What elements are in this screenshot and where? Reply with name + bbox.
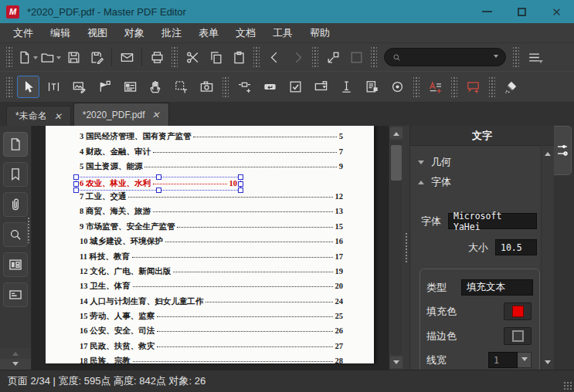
selection-handle-tr[interactable] [238, 174, 243, 180]
fill-color-button[interactable] [504, 302, 532, 320]
menu-item-3[interactable]: 对象 [116, 23, 153, 42]
document-tab-1[interactable]: *2020_PDF.pdf✕ [73, 103, 169, 126]
selection-handle-mr[interactable] [238, 181, 243, 187]
sidebar-scroll-down-button[interactable] [0, 359, 31, 370]
menu-item-0[interactable]: 文件 [5, 23, 42, 42]
panel-splitter[interactable] [403, 126, 409, 370]
menu-item-4[interactable]: 批注 [153, 23, 190, 42]
fit-page-button[interactable] [321, 46, 345, 68]
selection-handle-bl[interactable] [73, 188, 79, 193]
selection-handle-ml[interactable] [73, 181, 79, 187]
highlighter-button[interactable] [500, 76, 522, 98]
sidebar-attachments-button[interactable] [3, 192, 28, 217]
toolbar-grip[interactable] [451, 77, 457, 97]
select-text-area-button[interactable] [170, 76, 192, 98]
toolbar-grip[interactable] [6, 77, 12, 97]
check-box-button[interactable] [284, 76, 307, 98]
document-scrollbar[interactable] [389, 126, 403, 370]
back-button[interactable] [263, 46, 286, 68]
search-box[interactable] [384, 48, 506, 66]
line-width-dropdown-button[interactable] [518, 352, 532, 368]
sidebar-splitter-grip[interactable] [27, 217, 30, 243]
close-button[interactable]: ✕ [539, 0, 574, 23]
font-name-input[interactable]: Microsoft YaHei [448, 213, 537, 229]
scroll-up-button[interactable] [390, 127, 402, 139]
toolbar-grip[interactable] [312, 47, 318, 67]
sidebar-form-fields-button[interactable] [3, 252, 28, 277]
edit-text-button[interactable] [42, 76, 65, 98]
tab-close-icon[interactable]: ✕ [151, 110, 159, 120]
paste-button[interactable] [227, 46, 250, 68]
menu-item-8[interactable]: 帮助 [301, 23, 338, 42]
callout-annotation-button[interactable] [462, 76, 484, 98]
toolbar-grip[interactable] [413, 77, 419, 97]
fit-width-button[interactable] [345, 46, 368, 68]
edit-path-button[interactable] [93, 76, 116, 98]
menu-item-1[interactable]: 编辑 [42, 23, 79, 42]
document-viewport[interactable]: 2 综合政务33 国民经济管理、国有资产监管54 财政、金融、审计75 国土资源… [32, 126, 389, 370]
combo-box-button[interactable] [310, 76, 332, 98]
menu-item-6[interactable]: 文档 [227, 23, 264, 42]
selection-handle-tl[interactable] [73, 174, 79, 180]
sidebar-bookmarks-button[interactable] [3, 162, 28, 187]
toolbar-grip[interactable] [489, 77, 495, 97]
new-document-button[interactable] [15, 46, 39, 68]
sidebar-search-button[interactable] [3, 222, 28, 247]
scroll-down-button[interactable] [390, 357, 402, 368]
toolbar-grip[interactable] [222, 77, 229, 97]
selection-handle-tm[interactable] [156, 174, 161, 180]
type-select[interactable]: 填充文本 [461, 279, 533, 296]
edit-image-button[interactable] [68, 76, 90, 98]
signature-field-button[interactable] [335, 76, 358, 98]
selection-handle-br[interactable] [238, 188, 243, 193]
menu-item-2[interactable]: 视图 [79, 23, 116, 42]
selected-text-object[interactable]: 6 农业、林业、水利10 [76, 177, 241, 191]
edit-select-button[interactable] [17, 76, 39, 98]
push-button-button[interactable] [259, 76, 281, 98]
selection-handle-bm[interactable] [156, 188, 161, 193]
pdf-page[interactable]: 2 综合政务33 国民经济管理、国有资产监管54 财政、金融、审计75 国土资源… [46, 126, 374, 363]
panel-scrollbar[interactable] [541, 147, 554, 370]
scrollbar-track[interactable] [390, 140, 402, 355]
maximize-button[interactable] [504, 0, 539, 23]
save-as-button[interactable] [85, 46, 108, 68]
tab-close-icon[interactable]: ✕ [54, 112, 62, 121]
minimize-button[interactable] [470, 0, 504, 23]
toolbar-grip[interactable] [513, 47, 519, 67]
add-text-button[interactable] [424, 76, 447, 98]
menu-item-5[interactable]: 表单 [190, 23, 227, 42]
sidebar-scroll-up-button[interactable] [0, 348, 31, 359]
main-menu-button[interactable] [522, 46, 545, 68]
sidebar-page-thumbnails-button[interactable] [3, 132, 28, 157]
object-properties-tab[interactable] [554, 126, 572, 175]
line-width-input[interactable]: 1 [488, 352, 518, 368]
cut-button[interactable] [181, 46, 204, 68]
print-button[interactable] [145, 46, 168, 68]
add-link-button[interactable] [233, 76, 256, 98]
toolbar-grip[interactable] [253, 47, 260, 67]
scrollbar-thumb[interactable] [391, 145, 402, 181]
section-font[interactable]: 字体 [418, 172, 537, 192]
forward-button[interactable] [286, 46, 309, 68]
list-box-button[interactable] [361, 76, 383, 98]
send-email-button[interactable] [115, 46, 138, 68]
toolbar-grip[interactable] [371, 47, 377, 67]
toolbar-grip[interactable] [6, 47, 12, 67]
document-tab-0[interactable]: *未命名✕ [6, 106, 71, 126]
toolbar-grip[interactable] [172, 47, 178, 67]
section-geometry[interactable]: 几何 [418, 152, 537, 172]
stroke-color-button[interactable] [504, 327, 532, 345]
edit-forms-button[interactable] [119, 76, 141, 98]
menu-item-7[interactable]: 工具 [264, 23, 301, 42]
open-file-button[interactable] [39, 46, 62, 68]
snapshot-button[interactable] [195, 76, 218, 98]
radio-button-button[interactable] [386, 76, 409, 98]
copy-button[interactable] [204, 46, 227, 68]
search-input[interactable] [405, 51, 489, 63]
save-button[interactable] [62, 46, 85, 68]
toc-row-selected[interactable]: 6 农业、林业、水利10 [80, 177, 343, 191]
hand-tool-button[interactable] [144, 76, 167, 98]
sidebar-signatures-button[interactable] [3, 282, 28, 307]
font-size-input[interactable]: 10.5 [495, 239, 537, 255]
window-resize-grip[interactable] [563, 381, 572, 390]
